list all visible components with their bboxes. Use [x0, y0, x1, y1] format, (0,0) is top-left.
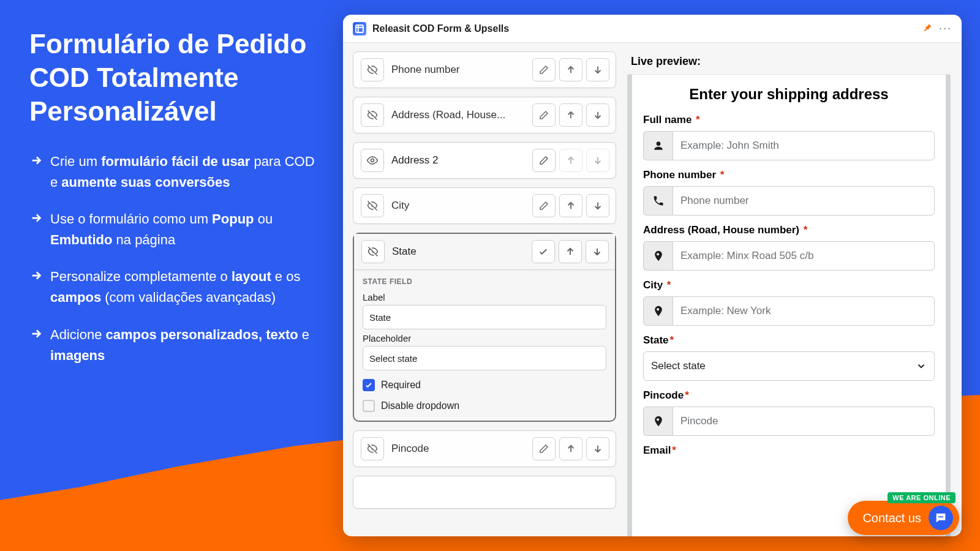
move-down-button[interactable] [586, 103, 609, 127]
required-checkbox[interactable]: Required [363, 379, 606, 391]
edit-button[interactable] [532, 437, 556, 460]
field-row-address2: Address 2 [353, 142, 616, 179]
field-label: Phone number [389, 64, 527, 76]
preview-field-fullname[interactable]: Example: John Smith [643, 131, 935, 160]
move-up-button [559, 149, 582, 172]
label-input[interactable] [363, 305, 606, 329]
marketing-bullet: Crie um formulário fácil de usar para CO… [29, 151, 323, 193]
marketing-panel: Formulário de Pedido COD Totalmente Pers… [29, 27, 323, 382]
pin-icon [643, 296, 673, 326]
app-title: Releasit COD Form & Upsells [372, 23, 509, 34]
field-row-placeholder [353, 476, 616, 509]
move-up-button[interactable] [559, 240, 582, 263]
svg-point-3 [940, 516, 941, 517]
preview-field-address[interactable]: Example: Minx Road 505 c/b [643, 241, 935, 271]
move-down-button [586, 149, 609, 172]
marketing-bullet: Personalize completamente o layout e os … [29, 266, 323, 308]
svg-point-2 [938, 516, 940, 517]
marketing-bullet: Adicione campos personalizados, texto e … [29, 324, 323, 366]
preview-field-phone[interactable]: Phone number [643, 186, 935, 216]
phone-icon [643, 186, 673, 216]
pin-icon[interactable] [922, 22, 933, 36]
move-down-button[interactable] [586, 58, 609, 81]
preview-label-pincode: Pincode* [643, 389, 935, 402]
preview-field-pincode[interactable]: Pincode [643, 407, 935, 436]
preview-label-state: State* [643, 334, 935, 347]
contact-us-button[interactable]: WE ARE ONLINE Contact us [848, 501, 959, 535]
visibility-toggle[interactable] [361, 103, 384, 127]
chat-bubble-icon [929, 506, 953, 530]
contact-label: Contact us [862, 511, 921, 525]
visibility-toggle[interactable] [361, 240, 385, 263]
visibility-toggle[interactable] [361, 149, 384, 172]
pin-icon [643, 241, 673, 271]
move-up-button[interactable] [559, 194, 582, 217]
field-row-phone: Phone number [353, 51, 616, 88]
preview-label-phone: Phone number * [643, 169, 935, 181]
edit-button[interactable] [532, 103, 556, 127]
kebab-menu-icon[interactable]: ··· [939, 22, 952, 35]
placeholder-label: Placeholder [363, 333, 606, 343]
field-label: City [389, 200, 527, 212]
field-label: State [390, 246, 527, 258]
field-row-address1: Address (Road, House... [353, 97, 616, 133]
field-label: Address (Road, House... [389, 109, 527, 121]
online-badge: WE ARE ONLINE [888, 492, 956, 503]
field-row-city: City [353, 187, 616, 224]
preview-select-state[interactable]: Select state [643, 351, 935, 381]
chevron-down-icon [916, 361, 927, 372]
move-up-button[interactable] [559, 437, 582, 460]
preview-field-city[interactable]: Example: New York [643, 296, 935, 326]
move-down-button[interactable] [586, 437, 609, 460]
visibility-toggle[interactable] [361, 437, 384, 460]
visibility-toggle[interactable] [361, 58, 384, 81]
preview-label-address: Address (Road, House number) * [643, 224, 935, 236]
live-preview-title: Live preview: [627, 51, 951, 74]
checkbox-empty-icon [363, 400, 375, 412]
marketing-bullet: Use o formulário como um Popup ou Embuti… [29, 209, 323, 250]
edit-button[interactable] [532, 149, 556, 172]
field-label: Address 2 [389, 154, 527, 167]
field-label: Pincode [389, 443, 527, 455]
checkbox-checked-icon [363, 379, 375, 391]
preview-label-email: Email* [643, 444, 935, 457]
move-up-button[interactable] [559, 58, 582, 81]
preview-frame: Enter your shipping address Full name *E… [627, 74, 951, 536]
svg-point-4 [942, 516, 943, 517]
edit-button[interactable] [532, 58, 556, 81]
move-down-button[interactable] [586, 240, 609, 263]
app-window: Releasit COD Form & Upsells ··· Phone nu… [343, 15, 962, 536]
field-row-pincode: Pincode [353, 430, 616, 467]
live-preview: Live preview: Enter your shipping addres… [626, 43, 962, 536]
edit-button[interactable] [532, 194, 556, 217]
visibility-toggle[interactable] [361, 194, 384, 217]
move-down-button[interactable] [586, 194, 609, 217]
preview-label-city: City * [643, 279, 935, 291]
titlebar: Releasit COD Form & Upsells ··· [343, 15, 962, 43]
pin-icon [643, 407, 673, 436]
confirm-button[interactable] [532, 240, 555, 263]
section-heading: STATE FIELD [363, 277, 606, 286]
marketing-headline: Formulário de Pedido COD Totalmente Pers… [29, 27, 323, 128]
svg-rect-0 [356, 25, 363, 32]
form-editor: Phone numberAddress (Road, House...Addre… [343, 43, 626, 536]
move-up-button[interactable] [559, 103, 582, 127]
person-icon [643, 131, 673, 160]
app-logo-icon [353, 22, 366, 36]
field-state-expanded: State [353, 233, 616, 422]
preview-heading: Enter your shipping address [643, 86, 935, 103]
label-label: Label [363, 292, 606, 302]
svg-point-1 [371, 159, 374, 162]
preview-label-fullname: Full name * [643, 114, 935, 126]
disable-dropdown-checkbox[interactable]: Disable dropdown [363, 400, 606, 412]
placeholder-input[interactable] [363, 346, 606, 370]
